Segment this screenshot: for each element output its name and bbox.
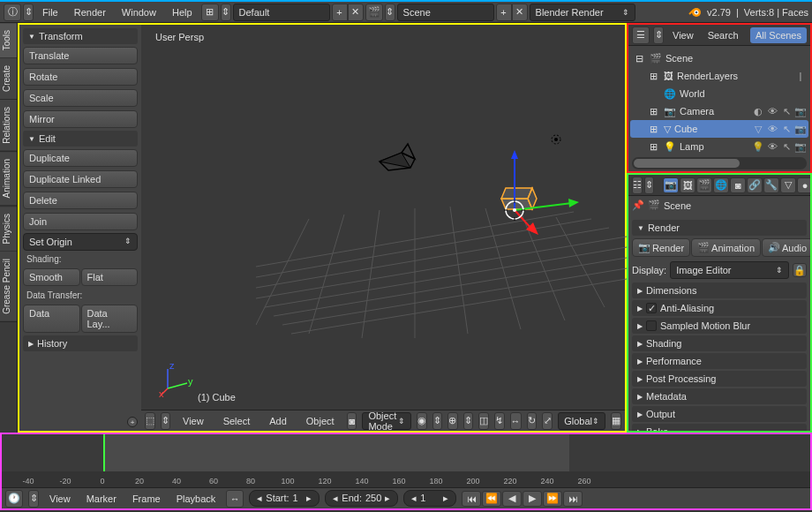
tl-menu-view[interactable]: View: [44, 491, 76, 507]
restrict-icon[interactable]: 👁: [766, 124, 778, 135]
jump-end-icon[interactable]: ⏭: [563, 491, 583, 507]
restrict-icon[interactable]: ↖: [780, 106, 793, 117]
editor-type-icon[interactable]: 🕐: [5, 490, 23, 508]
prop-tab-material-icon[interactable]: ●: [797, 177, 812, 193]
3d-viewport[interactable]: User Persp: [141, 23, 627, 433]
scale-button[interactable]: Scale: [23, 89, 138, 107]
playhead[interactable]: [103, 434, 105, 471]
remove-scene-icon[interactable]: ✕: [512, 4, 528, 21]
data-layout-button[interactable]: Data Lay...: [81, 305, 139, 333]
keyframe-prev-icon[interactable]: ⏪: [482, 491, 501, 507]
set-origin-select[interactable]: Set Origin: [23, 233, 138, 251]
duplicate-linked-button[interactable]: Duplicate Linked: [23, 170, 138, 188]
panel-metadata[interactable]: Metadata: [632, 388, 807, 404]
expand-icon[interactable]: ⇕: [28, 490, 39, 508]
prop-tab-scene-icon[interactable]: 🎬: [696, 177, 712, 193]
restrict-icon[interactable]: ↖: [780, 124, 793, 135]
vp-menu-object[interactable]: Object: [299, 413, 342, 429]
panel-render[interactable]: Render: [632, 220, 807, 236]
delete-button[interactable]: Delete: [23, 192, 138, 209]
prop-tab-modifiers-icon[interactable]: 🔧: [763, 177, 779, 193]
checkbox[interactable]: ✓: [646, 303, 657, 313]
mode-icon[interactable]: ◙: [347, 412, 357, 430]
tree-row[interactable]: ⊞🖼RenderLayers|: [630, 67, 808, 85]
manip-translate-icon[interactable]: ↔: [510, 412, 522, 430]
expand-icon[interactable]: ⇕: [644, 177, 654, 194]
panel-collapse-icon[interactable]: +: [127, 417, 138, 427]
prop-tab-object-icon[interactable]: ◙: [730, 177, 746, 193]
menu-window[interactable]: Window: [115, 4, 163, 21]
restrict-icon[interactable]: 📷: [794, 106, 807, 117]
panel-post-processing[interactable]: Post Processing: [632, 371, 807, 387]
tab-animation[interactable]: Animation: [0, 152, 17, 206]
add-scene-icon[interactable]: +: [496, 4, 512, 21]
render-button[interactable]: 📷Render: [632, 238, 690, 257]
restrict-icon[interactable]: 👁: [766, 106, 778, 117]
expand-icon[interactable]: ⇕: [23, 4, 34, 21]
tree-row[interactable]: ⊟🎬Scene: [630, 49, 808, 67]
prop-tab-data-icon[interactable]: ▽: [780, 177, 796, 193]
menu-help[interactable]: Help: [165, 4, 199, 21]
cube-object[interactable]: [484, 148, 590, 254]
lock-icon[interactable]: 🔒: [793, 263, 807, 277]
panel-sampled-motion-blur[interactable]: Sampled Motion Blur: [632, 318, 807, 334]
tree-row[interactable]: 🌐World: [630, 85, 808, 102]
tl-menu-playback[interactable]: Playback: [171, 491, 222, 507]
editor-type-icon[interactable]: ☷: [632, 177, 643, 194]
layout-icon[interactable]: ⊞: [201, 4, 219, 21]
editor-type-icon[interactable]: ⓘ: [4, 4, 21, 21]
vp-menu-add[interactable]: Add: [262, 413, 294, 429]
editor-type-icon[interactable]: ⬚: [145, 412, 155, 430]
tl-menu-frame[interactable]: Frame: [127, 491, 166, 507]
restrict-icon[interactable]: 📷: [794, 124, 807, 135]
panel-transform[interactable]: Transform: [23, 28, 138, 44]
data-button[interactable]: Data: [23, 305, 80, 333]
mode-selector[interactable]: Object Mode⇕: [362, 412, 410, 430]
play-icon[interactable]: ▶: [523, 491, 542, 507]
panel-anti-aliasing[interactable]: ✓Anti-Aliasing: [632, 300, 807, 316]
restrict-icon[interactable]: ◐: [752, 106, 764, 117]
expand-icon[interactable]: ⊞: [650, 106, 660, 117]
shading-icon[interactable]: ◉: [417, 412, 427, 430]
keyframe-next-icon[interactable]: ⏩: [543, 491, 562, 507]
jump-start-icon[interactable]: ⏮: [462, 491, 481, 507]
duplicate-button[interactable]: Duplicate: [23, 149, 138, 167]
restrict-icon[interactable]: |: [794, 71, 807, 81]
panel-history[interactable]: History: [23, 335, 138, 351]
expand-icon[interactable]: ⇕: [161, 412, 170, 430]
manipulator-toggle-icon[interactable]: ↯: [494, 412, 505, 430]
outliner-menu-view[interactable]: View: [667, 27, 699, 43]
restrict-icon[interactable]: 💡: [752, 141, 764, 153]
end-frame-field[interactable]: ◂End:250▸: [325, 490, 398, 507]
timeline-track[interactable]: -40-200204060801001201401601802002202402…: [2, 434, 810, 487]
tree-row[interactable]: ⊞▽Cube▽👁↖📷: [630, 120, 808, 138]
play-reverse-icon[interactable]: ◀: [502, 491, 522, 507]
expand-icon[interactable]: ⊞: [650, 124, 660, 135]
restrict-icon[interactable]: 📷: [794, 141, 807, 153]
menu-file[interactable]: File: [35, 4, 65, 21]
expand-icon[interactable]: ⊞: [650, 141, 660, 153]
rotate-button[interactable]: Rotate: [23, 68, 138, 86]
expand-icon[interactable]: ⊟: [635, 53, 646, 64]
tab-tools[interactable]: Tools: [0, 23, 17, 58]
manip-rotate-icon[interactable]: ↻: [527, 412, 538, 430]
mirror-button[interactable]: Mirror: [23, 110, 138, 128]
tab-relations[interactable]: Relations: [0, 100, 17, 152]
panel-dimensions[interactable]: Dimensions: [632, 282, 807, 298]
menu-render[interactable]: Render: [67, 4, 113, 21]
panel-bake[interactable]: Bake: [632, 424, 807, 431]
prop-tab-world-icon[interactable]: 🌐: [713, 177, 729, 193]
vp-menu-select[interactable]: Select: [216, 413, 258, 429]
join-button[interactable]: Join: [23, 213, 138, 230]
pivot-expand-icon[interactable]: ⇕: [463, 412, 473, 430]
layers-icon[interactable]: ▦: [611, 412, 621, 430]
restrict-icon[interactable]: ↖: [780, 141, 793, 153]
crumb-scene[interactable]: Scene: [664, 200, 691, 211]
prop-tab-render-icon[interactable]: 📷: [663, 177, 679, 193]
start-frame-field[interactable]: ◂Start:1▸: [249, 490, 320, 507]
orientation-selector[interactable]: Global⇕: [558, 412, 605, 430]
expand-icon[interactable]: ⇕: [653, 26, 664, 44]
prop-tab-constraints-icon[interactable]: 🔗: [747, 177, 763, 193]
audio-button[interactable]: 🔊Audio: [762, 238, 810, 257]
tree-row[interactable]: ⊞📷Camera◐👁↖📷: [630, 102, 808, 120]
